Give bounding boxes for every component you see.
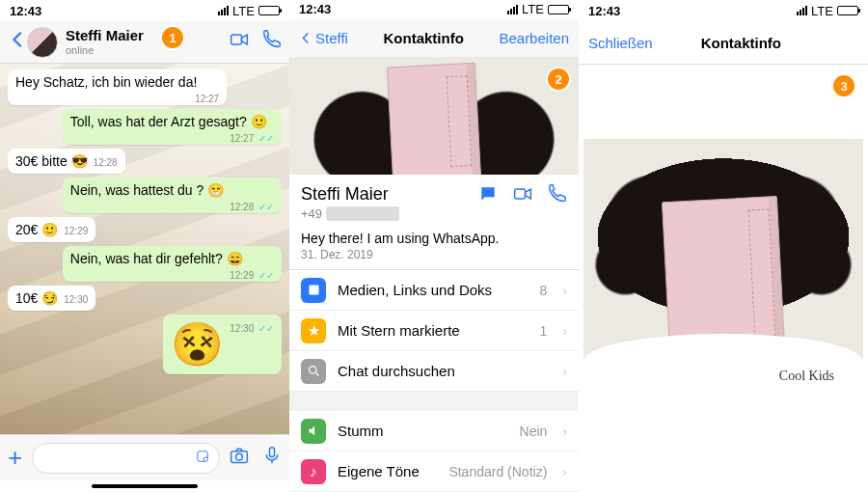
chevron-right-icon: › (562, 464, 567, 479)
contact-photo[interactable]: 2 (289, 57, 579, 175)
photo-nav: Schließen Kontaktinfo (579, 21, 868, 64)
contact-photo-full (583, 139, 863, 419)
row-mute[interactable]: Stumm Nein › (289, 411, 579, 451)
screen-chat: 12:43 LTE Steffi Maier online 1 Hey Scha… (0, 0, 289, 492)
message-input[interactable] (32, 443, 220, 474)
network-type: LTE (811, 4, 833, 18)
nav-title: Kontaktinfo (384, 30, 464, 46)
timestamp: 12:27 ✓✓ (230, 133, 274, 144)
svg-point-9 (309, 367, 316, 374)
battery-icon (258, 6, 280, 15)
message-outgoing[interactable]: Nein, was hat dir gefehlt? 😄12:29 ✓✓ (63, 246, 282, 282)
screen-contact-info: 12:43 LTE Steffi Kontaktinfo Bearbeiten … (289, 0, 579, 492)
mic-button[interactable] (262, 446, 282, 470)
step-badge-1: 1 (162, 27, 183, 48)
svg-rect-5 (270, 448, 275, 457)
timestamp: 12:29 (64, 226, 88, 236)
settings-list: Medien, Links und Doks 8 › ★ Mit Stern m… (289, 269, 579, 492)
svg-point-4 (236, 453, 243, 460)
media-icon (301, 278, 326, 303)
signal-icon (218, 6, 229, 15)
row-tones[interactable]: ♪ Eigene Töne Standard (Notiz) › (289, 451, 579, 492)
row-media[interactable]: Medien, Links und Doks 8 › (289, 270, 579, 311)
contact-name: Steffi Maier (301, 184, 399, 205)
home-indicator (92, 484, 198, 488)
svg-rect-0 (231, 35, 242, 44)
message-outgoing[interactable]: Toll, was hat der Arzt gesagt? 🙂12:27 ✓✓ (63, 109, 282, 145)
attach-button[interactable]: + (8, 443, 22, 473)
music-icon: ♪ (301, 459, 326, 484)
signal-icon (797, 6, 807, 15)
voice-call-button[interactable] (548, 184, 567, 208)
chevron-right-icon: › (562, 364, 567, 379)
clock: 12:43 (10, 4, 41, 18)
presence: online (66, 44, 144, 56)
edit-button[interactable]: Bearbeiten (499, 30, 569, 46)
row-starred[interactable]: ★ Mit Stern markierte 1 › (289, 311, 579, 351)
sticker-icon[interactable] (196, 450, 209, 466)
status-bar: 12:43 LTE (579, 0, 868, 21)
chat-body[interactable]: Hey Schatz, ich bin wieder da!12:27Toll,… (0, 64, 289, 434)
status-right: LTE (218, 4, 280, 18)
chevron-right-icon: › (562, 424, 567, 439)
message-outgoing[interactable]: 😵12:30 ✓✓ (163, 314, 282, 374)
status-date: 31. Dez. 2019 (301, 248, 567, 261)
clock: 12:43 (588, 4, 620, 18)
speaker-icon (301, 419, 326, 444)
avatar (27, 27, 58, 58)
star-icon: ★ (301, 318, 326, 343)
chat-nav-bar: Steffi Maier online 1 (0, 21, 289, 64)
svg-rect-8 (309, 286, 318, 295)
camera-button[interactable] (230, 446, 249, 470)
phone-number: +49 000 0000000 (301, 206, 399, 221)
svg-marker-7 (526, 189, 531, 199)
timestamp: 12:28 (94, 157, 118, 168)
battery-icon (837, 6, 858, 15)
network-type: LTE (232, 4, 255, 18)
contact-status: Hey there! I am using WhatsApp. (301, 231, 567, 246)
nav-title: Kontaktinfo (624, 35, 858, 51)
photo-view[interactable] (579, 64, 868, 492)
message-incoming[interactable]: 30€ bitte 😎12:28 (8, 149, 125, 174)
clock: 12:43 (299, 2, 331, 16)
message-incoming[interactable]: Hey Schatz, ich bin wieder da!12:27 (8, 69, 227, 105)
message-button[interactable] (478, 184, 498, 208)
shirt (583, 334, 863, 419)
battery-icon (548, 5, 569, 14)
svg-rect-2 (198, 451, 208, 462)
search-icon (301, 359, 326, 384)
timestamp: 12:27 (195, 94, 219, 104)
chat-input-bar: + (0, 434, 289, 480)
contact-name: Steffi Maier (66, 28, 144, 44)
status-bar: 12:43 LTE (289, 0, 579, 19)
timestamp: 12:29 ✓✓ (230, 270, 274, 281)
network-type: LTE (522, 2, 544, 16)
message-incoming[interactable]: 20€ 🙂12:29 (8, 217, 95, 242)
message-outgoing[interactable]: Nein, was hattest du ? 😁12:28 ✓✓ (63, 178, 282, 213)
contact-block: Steffi Maier +49 000 0000000 Hey there! … (289, 175, 579, 269)
signal-icon (507, 5, 518, 14)
svg-rect-6 (515, 189, 526, 199)
chat-header[interactable]: Steffi Maier online (27, 27, 230, 58)
timestamp: 12:28 ✓✓ (230, 202, 274, 212)
video-call-button[interactable] (230, 30, 249, 54)
row-search-chat[interactable]: Chat durchsuchen › (289, 351, 579, 392)
timestamp: 12:30 (64, 294, 88, 305)
chevron-right-icon: › (562, 283, 567, 298)
step-badge-3: 3 (833, 75, 854, 96)
timestamp: 12:30 ✓✓ (230, 323, 274, 334)
svg-marker-1 (242, 35, 248, 44)
message-incoming[interactable]: 10€ 😏12:30 (8, 286, 95, 311)
back-button[interactable] (8, 29, 27, 56)
contactinfo-nav: Steffi Kontaktinfo Bearbeiten (289, 19, 579, 58)
chevron-right-icon: › (562, 323, 567, 339)
status-bar: 12:43 LTE (0, 0, 289, 21)
screen-photo: 12:43 LTE Schließen Kontaktinfo 3 (579, 0, 868, 492)
voice-call-button[interactable] (262, 30, 282, 54)
back-button[interactable]: Steffi (299, 30, 348, 46)
video-call-button[interactable] (513, 184, 532, 208)
